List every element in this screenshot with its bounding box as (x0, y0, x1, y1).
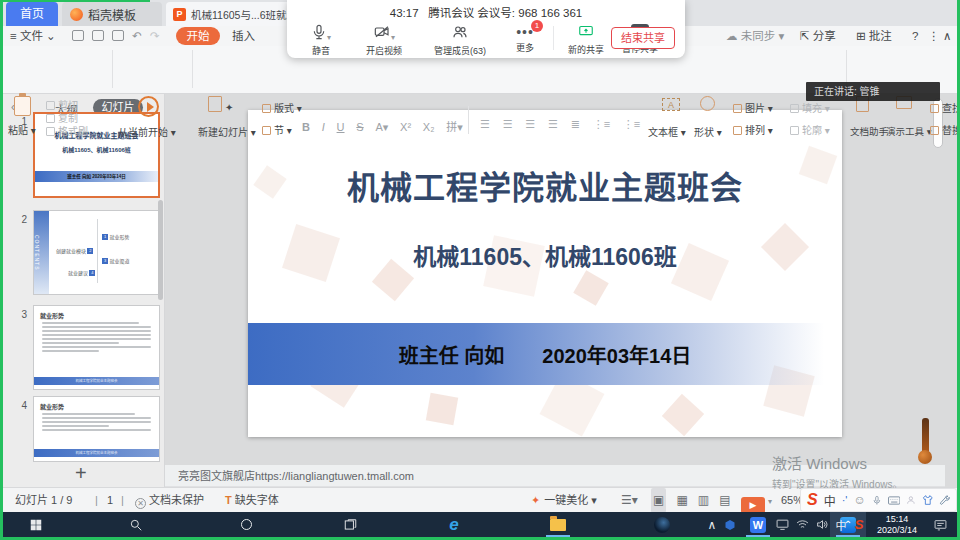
slide-thumbnail-2[interactable]: CONTENTS 1 就业形势 创建就业模块 2 3 就业渠道 就业建议 4 (33, 210, 160, 295)
cloud-sync-icon[interactable]: ☁ 未同步 ▾ (726, 26, 784, 46)
members-button[interactable]: 管理成员(63) (425, 24, 495, 57)
missing-font-status[interactable]: T缺失字体 (225, 488, 279, 513)
normal-view-icon[interactable]: ▣ (651, 488, 666, 513)
tab-docer[interactable]: 稻壳模板 (62, 2, 162, 26)
ime-punctuation-icon[interactable]: ·' (842, 494, 848, 506)
collapse-ribbon-icon[interactable]: ∧ (943, 26, 951, 46)
taskbar-app-dark-circle[interactable] (644, 512, 680, 537)
tray-volume-icon[interactable] (812, 512, 832, 537)
bullets-icon[interactable]: ⋮≡ (593, 118, 610, 131)
replace-button[interactable]: 替换 (930, 122, 960, 137)
more-menu-icon[interactable]: ⋮ (928, 26, 940, 46)
taskbar-wps[interactable]: W (740, 512, 776, 537)
new-share-button[interactable]: 新的共享 (559, 24, 613, 56)
sogou-logo-icon[interactable]: S (807, 491, 818, 509)
save-icon[interactable] (72, 30, 84, 41)
reading-view-icon[interactable]: ▥ (698, 488, 709, 513)
taskbar-edge[interactable]: e (436, 512, 472, 537)
taskbar-file-explorer[interactable] (540, 512, 576, 537)
video-button[interactable]: ▾ 开启视频 (353, 24, 415, 57)
add-slide-button[interactable]: + (75, 462, 87, 485)
ribbon-tab-insert[interactable]: 插入 (232, 26, 255, 46)
share-button[interactable]: ⇱ 分享 (800, 26, 836, 46)
arrange-button[interactable]: 排列 ▾ (733, 122, 773, 137)
play-from-current-button[interactable]: 从当前开始 ▾ (118, 124, 176, 139)
tab-home[interactable]: 首页 (6, 2, 58, 26)
print-preview-icon[interactable] (112, 30, 124, 41)
play-from-current-icon[interactable] (138, 96, 159, 117)
mute-button[interactable]: ▾ 静音 (295, 24, 347, 57)
print-icon[interactable] (92, 30, 104, 41)
tray-expand-icon[interactable]: ∧ (703, 512, 721, 537)
align-center-icon[interactable]: ☰ (503, 118, 513, 131)
tray-app-icon[interactable] (721, 512, 739, 537)
soft-keyboard-icon[interactable] (888, 495, 900, 506)
superscript-button[interactable]: X² (400, 121, 411, 133)
pointer-pen-icon[interactable] (922, 418, 929, 454)
outline-button[interactable]: 轮廓 ▾ (790, 122, 830, 137)
numbering-icon[interactable]: ⋮≡ (623, 118, 640, 131)
tray-sogou-icon[interactable]: S (850, 512, 868, 537)
align-justify-icon[interactable]: ☰ (548, 118, 558, 131)
comment-button[interactable]: ⊞ 批注 (856, 26, 892, 46)
beautify-button[interactable]: ✦一键美化 ▾ (531, 488, 597, 513)
paste-icon[interactable] (14, 96, 31, 116)
align-left-icon[interactable]: ☰ (480, 118, 490, 131)
font-color-button[interactable]: A▾ (375, 121, 388, 133)
doc-protect-status[interactable]: ✕文档未保护 (135, 488, 204, 513)
shapes-icon[interactable] (700, 96, 715, 113)
sidebar-scrollbar[interactable] (158, 200, 163, 300)
ribbon-tab-start[interactable]: 开始 (176, 27, 220, 45)
search-button[interactable] (118, 512, 154, 537)
layout-button[interactable]: 版式 ▾ (262, 100, 302, 115)
align-right-icon[interactable]: ☰ (525, 118, 535, 131)
slide-canvas[interactable]: 机械工程学院就业主题班会 机械11605、机械11606班 班主任 向如 202… (248, 110, 842, 437)
paste-button[interactable]: 粘贴 ▾ (8, 122, 36, 137)
tray-ime-lang[interactable]: 中 (832, 512, 850, 537)
voice-input-icon[interactable] (872, 494, 882, 507)
play-slideshow-button[interactable]: ▶ ▾ (741, 488, 772, 513)
sorter-view-icon[interactable]: ▦ (676, 488, 687, 513)
italic-button[interactable]: I (322, 121, 325, 133)
tray-cast-icon[interactable] (772, 512, 792, 537)
more-button[interactable]: ••• 1 更多 (505, 24, 545, 54)
undo-icon[interactable]: ↶ (132, 26, 142, 46)
ime-lang-indicator[interactable]: 中 (824, 492, 836, 509)
help-button[interactable]: ? (912, 26, 918, 46)
start-button[interactable] (18, 512, 54, 537)
notes-button[interactable]: ☰▾ (621, 488, 645, 513)
textbox-icon[interactable]: A (648, 98, 694, 113)
slide-thumbnail-3[interactable]: 就业形势 机械工程学院就业主题班会 (33, 305, 160, 390)
user-icon[interactable] (906, 494, 916, 506)
cortana-button[interactable] (228, 512, 264, 537)
fill-button[interactable]: 填充 ▾ (790, 100, 830, 115)
strikethrough-button[interactable]: S (356, 121, 363, 133)
settings-wrench-icon[interactable] (939, 494, 950, 506)
redo-icon[interactable]: ↷ (150, 26, 160, 46)
new-slide-icon[interactable]: ✦ (208, 96, 233, 113)
picture-button[interactable]: 图片 ▾ (733, 100, 773, 115)
textbox-button[interactable]: 文本框 ▾ (648, 124, 686, 139)
emoji-icon[interactable]: ☺ (853, 493, 865, 507)
slideshow-view-icon[interactable]: ▤ (719, 488, 730, 513)
slide-thumbnail-4[interactable]: 就业形势 机械工程学院就业主题班会 (33, 396, 160, 462)
underline-button[interactable]: U (337, 121, 345, 133)
doc-assistant-button[interactable]: 文档助手 (850, 124, 888, 138)
find-button[interactable]: 查找 (930, 100, 960, 115)
format-painter-button[interactable]: 格式刷 (46, 123, 88, 138)
action-center-button[interactable] (928, 512, 952, 537)
end-share-button[interactable]: 结束共享 (611, 27, 675, 49)
section-button[interactable]: 节 ▾ (262, 122, 292, 137)
subscript-button[interactable]: X₂ (423, 121, 435, 133)
tray-clock[interactable]: 15:14 2020/3/14 (868, 512, 926, 537)
skin-tshirt-icon[interactable] (922, 494, 934, 506)
line-spacing-icon[interactable]: ≣ (571, 118, 580, 131)
shapes-button[interactable]: 形状 ▾ (694, 124, 722, 139)
file-menu[interactable]: ≡ 文件 ⌄ (10, 26, 56, 46)
new-slide-button[interactable]: 新建幻灯片 ▾ (198, 124, 256, 139)
task-view-button[interactable] (332, 512, 368, 537)
pinyin-button[interactable]: 拼▾ (446, 121, 463, 133)
tray-network-icon[interactable] (792, 512, 812, 537)
present-tools-button[interactable]: 演示工具 ▾ (886, 124, 931, 138)
bold-button[interactable]: B (302, 121, 310, 133)
